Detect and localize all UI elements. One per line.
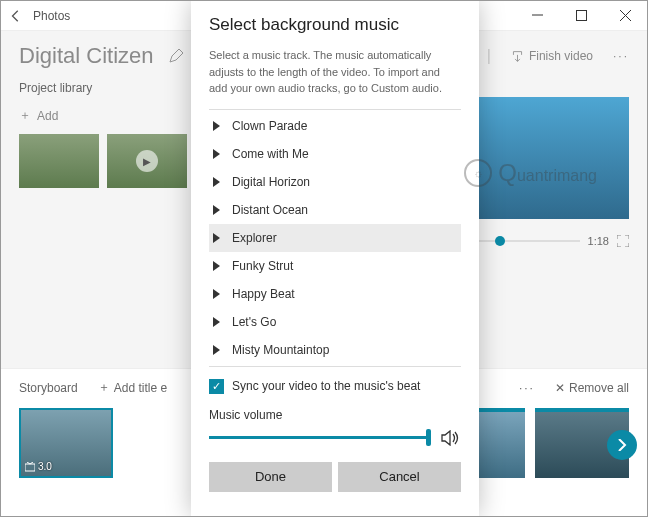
track-name: Come with Me [232, 147, 309, 161]
library-thumb[interactable] [19, 134, 99, 188]
background-music-dialog: Select background music Select a music t… [191, 1, 479, 516]
track-row[interactable]: Clown Parade [209, 112, 461, 140]
svg-rect-1 [25, 464, 35, 471]
play-icon [213, 317, 220, 327]
storyboard-clip[interactable]: 3.0 [19, 408, 113, 478]
play-icon [213, 233, 220, 243]
close-button[interactable] [603, 1, 647, 31]
finish-video-button[interactable]: Finish video [511, 49, 593, 63]
play-icon: ▶ [136, 150, 158, 172]
track-row[interactable]: Let's Go [209, 308, 461, 336]
track-row[interactable]: Distant Ocean [209, 196, 461, 224]
cancel-button[interactable]: Cancel [338, 462, 461, 492]
track-name: Happy Beat [232, 287, 295, 301]
dialog-title: Select background music [209, 15, 461, 35]
track-name: Explorer [232, 231, 277, 245]
timeline-time: 1:18 [588, 235, 609, 247]
plus-icon: ＋ [19, 107, 31, 124]
track-list: Clown ParadeCome with MeDigital HorizonD… [209, 112, 461, 364]
back-button[interactable] [9, 9, 23, 23]
track-name: Let's Go [232, 315, 276, 329]
checkbox-icon: ✓ [209, 379, 224, 394]
storyboard-more[interactable]: ··· [519, 381, 535, 395]
svg-rect-0 [576, 11, 586, 21]
track-row[interactable]: Digital Horizon [209, 168, 461, 196]
track-row[interactable]: Come with Me [209, 140, 461, 168]
play-icon [213, 261, 220, 271]
window-title: Photos [33, 9, 70, 23]
play-icon [213, 289, 220, 299]
play-icon [213, 205, 220, 215]
sync-checkbox-row[interactable]: ✓ Sync your video to the music's beat [209, 379, 461, 394]
volume-label: Music volume [209, 408, 461, 422]
storyboard-title: Storyboard [19, 381, 78, 395]
track-row[interactable]: Explorer [209, 224, 461, 252]
track-name: Digital Horizon [232, 175, 310, 189]
track-name: Funky Strut [232, 259, 293, 273]
project-title: Digital Citizen [19, 43, 154, 69]
edit-icon[interactable] [168, 48, 184, 64]
remove-all-button[interactable]: ✕Remove all [555, 381, 629, 395]
volume-slider[interactable] [209, 436, 431, 439]
minimize-button[interactable] [515, 1, 559, 31]
play-icon [213, 149, 220, 159]
preview-frame[interactable] [459, 97, 629, 219]
more-button[interactable]: ··· [613, 49, 629, 63]
track-name: Misty Mountaintop [232, 343, 329, 357]
track-name: Clown Parade [232, 119, 307, 133]
maximize-button[interactable] [559, 1, 603, 31]
speaker-icon[interactable] [441, 430, 461, 446]
fullscreen-icon[interactable] [617, 235, 629, 247]
play-icon [213, 345, 220, 355]
volume-row: Music volume [209, 408, 461, 446]
done-button[interactable]: Done [209, 462, 332, 492]
track-row[interactable]: Happy Beat [209, 280, 461, 308]
next-button[interactable] [607, 430, 637, 460]
play-icon [213, 121, 220, 131]
track-name: Distant Ocean [232, 203, 308, 217]
preview-panel: 1:18 [459, 97, 629, 247]
library-thumb[interactable]: ▶ [107, 134, 187, 188]
play-icon [213, 177, 220, 187]
track-row[interactable]: Funky Strut [209, 252, 461, 280]
track-row[interactable]: Misty Mountaintop [209, 336, 461, 364]
add-title-button[interactable]: ＋Add title e [98, 379, 167, 396]
dialog-description: Select a music track. The music automati… [209, 47, 461, 97]
